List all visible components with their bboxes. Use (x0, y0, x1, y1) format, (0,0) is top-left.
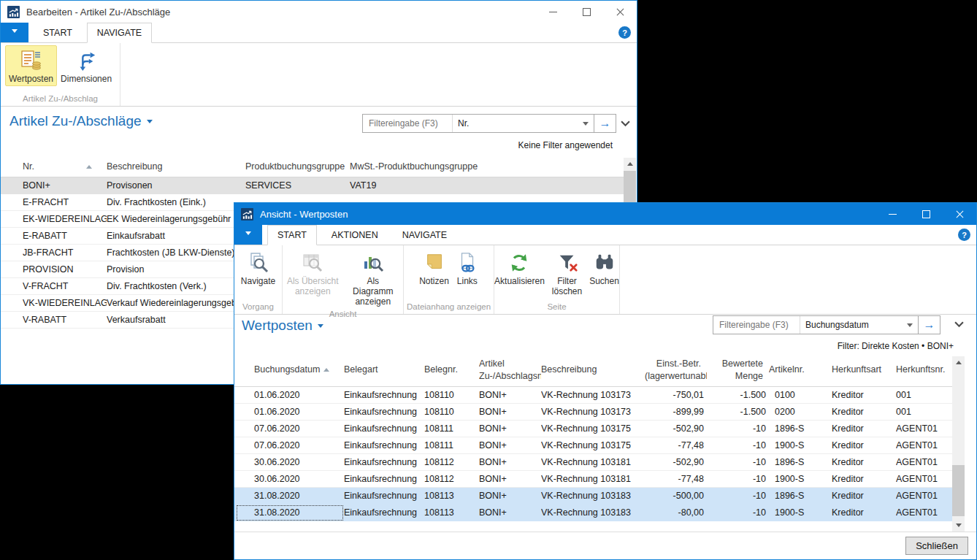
cell-belegart[interactable]: Einkaufsrechnung (344, 454, 424, 471)
cell-artikel-zu-abschlagsnr[interactable]: BONI+ (479, 454, 541, 471)
tab-navigate[interactable]: NAVIGATE (87, 23, 152, 43)
cell-beschreibung[interactable]: VK-Rechnung 103181 (541, 454, 645, 471)
cell-nr[interactable]: EK-WIEDEREINLAG (23, 211, 107, 228)
tab-navigate[interactable]: NAVIGATE (393, 225, 456, 245)
back-page-title[interactable]: Artikel Zu-/Abschläge (9, 113, 153, 129)
cell-artikelnr[interactable]: 0100 (769, 387, 832, 404)
cell-belegnr[interactable]: 108110 (424, 387, 479, 404)
table-row[interactable]: 30.06.2020 Einkaufsrechnung 108112 BONI+… (234, 471, 964, 488)
app-menu-button[interactable] (234, 225, 262, 245)
table-row[interactable]: 31.08.2020 Einkaufsrechnung 108113 BONI+… (234, 505, 964, 521)
scrollbar-thumb[interactable] (952, 465, 965, 516)
cell-herkunftsart[interactable]: Kreditor (832, 471, 896, 488)
cell-beschreibung[interactable]: VK-Rechnung 103181 (541, 471, 645, 488)
column-header-nr[interactable]: Nr. (23, 161, 107, 172)
cell-artikel-zu-abschlagsnr[interactable]: BONI+ (479, 421, 541, 437)
column-header-herkunftsnr[interactable]: Herkunftsnr. (896, 364, 947, 375)
expand-fastfilter-chevron-icon[interactable] (954, 321, 964, 328)
cell-beschreibung[interactable]: Div. Frachtkosten (Verk.) (107, 278, 245, 295)
cell-belegnr[interactable]: 108111 (424, 421, 479, 437)
cell-belegnr[interactable]: 108112 (424, 471, 479, 488)
ribbon-button-suchen[interactable]: Suchen (586, 248, 623, 288)
filter-input[interactable]: Filtereingabe (F3) (713, 320, 800, 330)
cell-herkunftsart[interactable]: Kreditor (832, 387, 896, 404)
cell-artikel-zu-abschlagsnr[interactable]: BONI+ (479, 488, 541, 505)
cell-beschreibung[interactable]: VK-Rechnung 103173 (541, 404, 645, 421)
tab-start[interactable]: START (34, 23, 82, 42)
front-vertical-scrollbar[interactable] (952, 356, 965, 532)
scroll-up-arrow[interactable] (624, 158, 636, 170)
tab-start[interactable]: START (267, 225, 317, 245)
cell-buchungsdatum[interactable]: 31.08.2020 (254, 488, 344, 505)
cell-beschreibung[interactable]: VK-Rechnung 103183 (541, 505, 645, 521)
cell-herkunftsart[interactable]: Kreditor (832, 421, 896, 437)
cell-herkunftsart[interactable]: Kreditor (832, 454, 896, 471)
cell-beschreibung[interactable]: Provision (107, 261, 245, 278)
cell-artikelnr[interactable]: 1900-S (769, 505, 832, 521)
cell-belegnr[interactable]: 108112 (424, 454, 479, 471)
scroll-down-arrow[interactable] (952, 519, 965, 532)
cell-bewertete-menge[interactable]: -10 (707, 505, 769, 521)
cell-herkunftsnr[interactable]: AGENT01 (896, 454, 947, 471)
scroll-up-arrow[interactable] (952, 356, 965, 369)
cell-beschreibung[interactable]: Provisonen (107, 177, 245, 194)
cell-nr[interactable]: BONI+ (23, 177, 107, 194)
cell-belegnr[interactable]: 108113 (424, 488, 479, 505)
minimize-button[interactable] (876, 203, 909, 225)
column-header-bewertete-menge[interactable]: Bewertete Menge (707, 358, 769, 382)
cell-artikelnr[interactable]: 1896-S (769, 488, 832, 505)
cell-belegnr[interactable]: 108110 (424, 404, 479, 421)
cell-produktbuchungsgruppe[interactable]: SERVICES (245, 177, 350, 194)
cell-buchungsdatum[interactable]: 01.06.2020 (254, 404, 344, 421)
cell-buchungsdatum[interactable]: 01.06.2020 (254, 387, 344, 404)
column-header-buchungsdatum[interactable]: Buchungsdatum (254, 364, 344, 375)
cell-beschreibung[interactable]: Verkauf Wiedereinlagerungsgeb... (107, 295, 245, 312)
cell-einst-betr[interactable]: -500,00 (645, 488, 707, 505)
ribbon-button-links[interactable]: Links (453, 248, 482, 288)
cell-nr[interactable]: PROVISION (23, 261, 107, 278)
cell-einst-betr[interactable]: -750,01 (645, 387, 707, 404)
cell-beschreibung[interactable]: VK-Rechnung 103175 (541, 437, 645, 454)
ribbon-button-filter-loeschen[interactable]: Filter löschen (548, 248, 586, 299)
filter-input[interactable]: Filtereingabe (F3) (363, 118, 452, 129)
cell-herkunftsnr[interactable]: AGENT01 (896, 437, 947, 454)
schliessen-button[interactable]: Schließen (905, 537, 968, 555)
cell-beschreibung[interactable]: Verkaufsrabatt (107, 312, 245, 329)
cell-belegart[interactable]: Einkaufsrechnung (344, 387, 424, 404)
minimize-button[interactable] (536, 1, 570, 23)
ribbon-button-navigate[interactable]: Navigate (237, 248, 279, 288)
cell-herkunftsnr[interactable]: AGENT01 (896, 421, 947, 437)
cell-belegnr[interactable]: 108111 (424, 437, 479, 454)
cell-buchungsdatum[interactable]: 07.06.2020 (254, 437, 344, 454)
cell-nr[interactable]: V-RABATT (23, 312, 107, 329)
column-header-artikelnr[interactable]: Artikelnr. (769, 364, 832, 375)
cell-nr[interactable]: VK-WIEDEREINLAG (23, 295, 107, 312)
table-row[interactable]: 07.06.2020 Einkaufsrechnung 108111 BONI+… (234, 437, 964, 454)
cell-belegart[interactable]: Einkaufsrechnung (344, 421, 424, 437)
column-header-einst-betr[interactable]: Einst.-Betr. (lagerwertunabh.) (645, 358, 707, 382)
cell-nr[interactable]: E-FRACHT (23, 194, 107, 211)
cell-belegart[interactable]: Einkaufsrechnung (344, 404, 424, 421)
app-menu-button[interactable] (1, 23, 28, 42)
column-header-beschreibung[interactable]: Beschreibung (107, 161, 245, 172)
cell-nr[interactable]: V-FRACHT (23, 278, 107, 295)
ribbon-button-dimensionen[interactable]: Dimensionen (57, 45, 115, 86)
cell-artikel-zu-abschlagsnr[interactable]: BONI+ (479, 387, 541, 404)
cell-buchungsdatum[interactable]: 30.06.2020 (254, 471, 344, 488)
cell-beschreibung[interactable]: Div. Frachtkosten (Eink.) (107, 194, 245, 211)
cell-herkunftsart[interactable]: Kreditor (832, 488, 896, 505)
cell-herkunftsnr[interactable]: AGENT01 (896, 471, 947, 488)
cell-artikelnr[interactable]: 1900-S (769, 471, 832, 488)
column-header-beschreibung[interactable]: Beschreibung (541, 364, 645, 375)
cell-herkunftsnr[interactable]: AGENT01 (896, 505, 947, 521)
ribbon-button-notizen[interactable]: Notizen (415, 248, 453, 288)
help-icon[interactable]: ? (958, 229, 970, 241)
expand-fastfilter-chevron-icon[interactable] (621, 120, 630, 127)
cell-bewertete-menge[interactable]: -10 (707, 454, 769, 471)
ribbon-button-als-diagramm-anzeigen[interactable]: Als Diagramm anzeigen (343, 248, 404, 309)
cell-einst-betr[interactable]: -502,90 (645, 421, 707, 437)
filter-go-button[interactable]: → (594, 115, 616, 132)
cell-artikel-zu-abschlagsnr[interactable]: BONI+ (479, 437, 541, 454)
cell-beschreibung[interactable]: VK-Rechnung 103183 (541, 488, 645, 505)
cell-herkunftsart[interactable]: Kreditor (832, 505, 896, 521)
